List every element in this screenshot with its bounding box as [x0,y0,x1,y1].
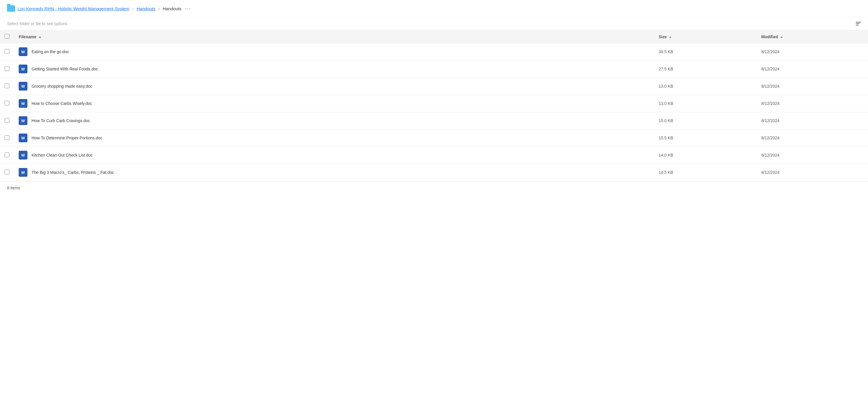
file-row-name-wrapper: WKitchen Clean Out Check List.doc [19,151,649,160]
row-size: 15.5 KB [654,130,757,147]
sort-line-2 [856,23,860,24]
table-header-row: Filename ▲ Size ▲ Modified ▲ [0,30,868,43]
col-header-size[interactable]: Size ▲ [654,30,757,43]
row-size: 14.0 KB [654,147,757,164]
row-checkbox[interactable] [5,170,9,174]
word-doc-icon: W [19,168,27,177]
row-size: 14.5 KB [654,164,757,181]
row-checkbox-cell [0,78,14,95]
select-all-checkbox[interactable] [5,34,9,38]
word-doc-icon: W [19,116,27,125]
row-filename-cell[interactable]: WHow To Determine Proper Portions.doc [14,130,654,147]
row-modified: 8/12/2024 [756,164,868,181]
size-sort-arrow: ▲ [669,35,672,39]
row-filename-cell[interactable]: WHow to Choose Carbs Wisely.doc [14,95,654,112]
row-size: 13.0 KB [654,78,757,95]
table-row: WThe Big 3 Macro's_ Carbs, Proteins _ Fa… [0,164,868,181]
row-filename-cell[interactable]: WGetting Started With Real Foods.doc [14,60,654,78]
row-modified: 8/12/2024 [756,78,868,95]
row-filename-cell[interactable]: WThe Big 3 Macro's_ Carbs, Proteins _ Fa… [14,164,654,181]
col-header-filename[interactable]: Filename ▲ [14,30,654,43]
file-table: Filename ▲ Size ▲ Modified ▲ WEating on … [0,30,868,181]
row-size: 27.5 KB [654,60,757,78]
file-name: How To Determine Proper Portions.doc [32,136,102,140]
row-filename-cell[interactable]: WKitchen Clean Out Check List.doc [14,147,654,164]
row-modified: 8/12/2024 [756,130,868,147]
file-table-body: WEating on the go.doc30.5 KB8/12/2024WGe… [0,43,868,181]
breadcrumb-mid[interactable]: Handouts [136,6,155,11]
row-checkbox[interactable] [5,84,9,88]
table-row: WGrocery shopping made easy.doc13.0 KB8/… [0,78,868,95]
row-checkbox-cell [0,112,14,130]
row-checkbox[interactable] [5,135,9,140]
file-name: Getting Started With Real Foods.doc [32,67,98,71]
sort-icon-button[interactable] [856,22,861,25]
row-checkbox-cell [0,164,14,181]
row-filename-cell[interactable]: WHow To Curb Carb Cravings.doc [14,112,654,130]
file-row-name-wrapper: WThe Big 3 Macro's_ Carbs, Proteins _ Fa… [19,168,649,177]
word-doc-icon: W [19,47,27,56]
row-modified: 8/12/2024 [756,147,868,164]
row-checkbox-cell [0,60,14,78]
row-checkbox[interactable] [5,101,9,106]
col-header-modified[interactable]: Modified ▲ [756,30,868,43]
row-size: 15.0 KB [654,112,757,130]
file-name: Kitchen Clean Out Check List.doc [32,153,93,157]
row-modified: 8/12/2024 [756,112,868,130]
file-name: The Big 3 Macro's_ Carbs, Proteins _ Fat… [32,170,114,175]
header-checkbox-cell [0,30,14,43]
row-modified: 8/12/2024 [756,43,868,60]
row-checkbox[interactable] [5,49,9,54]
col-size-label: Size [659,34,667,39]
col-filename-label: Filename [19,34,36,39]
row-filename-cell[interactable]: WGrocery shopping made easy.doc [14,78,654,95]
sort-line-3 [856,25,859,25]
footer-bar: 8 items [0,181,868,194]
breadcrumb: Lori Kennedy RHN - Holistic Weight Manag… [0,0,868,17]
file-row-name-wrapper: WGetting Started With Real Foods.doc [19,64,649,73]
table-row: WKitchen Clean Out Check List.doc14.0 KB… [0,147,868,164]
sort-line-1 [856,22,861,23]
word-doc-icon: W [19,82,27,91]
table-row: WHow to Choose Carbs Wisely.doc13.0 KB8/… [0,95,868,112]
item-count: 8 items [7,185,20,190]
file-name: Grocery shopping made easy.doc [32,84,92,88]
file-row-name-wrapper: WHow To Curb Carb Cravings.doc [19,116,649,125]
file-name: How to Choose Carbs Wisely.doc [32,101,92,106]
toolbar: Select folder or file to see options [0,17,868,30]
table-row: WHow To Determine Proper Portions.doc15.… [0,130,868,147]
row-checkbox-cell [0,147,14,164]
file-name: How To Curb Carb Cravings.doc [32,118,90,123]
table-row: WEating on the go.doc30.5 KB8/12/2024 [0,43,868,60]
row-filename-cell[interactable]: WEating on the go.doc [14,43,654,60]
row-checkbox-cell [0,95,14,112]
row-modified: 8/12/2024 [756,95,868,112]
filename-sort-arrow: ▲ [38,35,42,39]
word-doc-icon: W [19,151,27,160]
word-doc-icon: W [19,99,27,108]
row-checkbox-cell [0,43,14,60]
word-doc-icon: W [19,64,27,73]
row-modified: 8/12/2024 [756,60,868,78]
file-row-name-wrapper: WEating on the go.doc [19,47,649,56]
modified-sort-arrow: ▲ [780,35,783,39]
row-checkbox[interactable] [5,118,9,123]
file-name: Eating on the go.doc [32,49,69,54]
breadcrumb-current: Handouts [162,6,181,11]
table-row: WGetting Started With Real Foods.doc27.5… [0,60,868,78]
row-checkbox[interactable] [5,152,9,157]
breadcrumb-root[interactable]: Lori Kennedy RHN - Holistic Weight Manag… [18,6,129,11]
folder-icon [7,5,15,12]
file-row-name-wrapper: WHow To Determine Proper Portions.doc [19,134,649,142]
col-modified-label: Modified [761,34,778,39]
row-checkbox-cell [0,130,14,147]
file-row-name-wrapper: WHow to Choose Carbs Wisely.doc [19,99,649,108]
row-size: 30.5 KB [654,43,757,60]
row-size: 13.0 KB [654,95,757,112]
row-checkbox[interactable] [5,66,9,71]
toolbar-hint: Select folder or file to see options [7,21,67,26]
breadcrumb-sep-1: › [132,6,134,11]
breadcrumb-more-button[interactable]: ··· [185,5,191,12]
file-row-name-wrapper: WGrocery shopping made easy.doc [19,82,649,91]
breadcrumb-sep-2: › [158,6,160,11]
